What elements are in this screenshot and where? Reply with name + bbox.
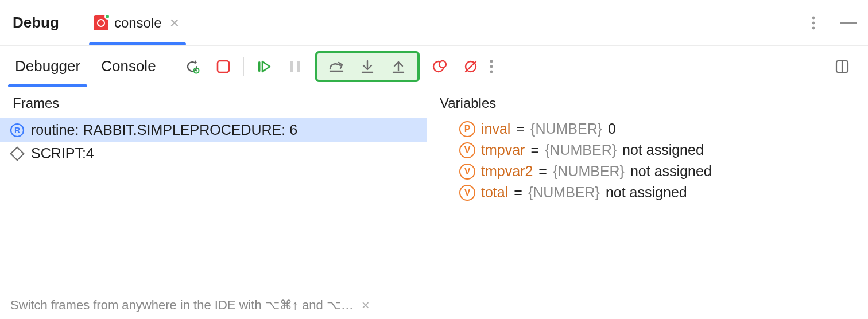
view-breakpoints-button[interactable] xyxy=(429,56,451,77)
hint-text: Switch frames from anywhere in the IDE w… xyxy=(10,298,354,313)
variable-name: inval xyxy=(481,120,510,137)
variable-value: not assigned xyxy=(606,184,687,201)
svg-point-19 xyxy=(490,65,493,68)
variable-type: {NUMBER} xyxy=(553,163,625,180)
var-badge-icon: V xyxy=(459,142,475,158)
equals-sign: = xyxy=(538,163,547,180)
frames-panel-title: Frames xyxy=(0,87,427,118)
variable-row[interactable]: V tmpvar2 = {NUMBER} not assigned xyxy=(427,161,868,182)
var-badge-icon: V xyxy=(459,164,475,180)
svg-rect-6 xyxy=(258,61,261,72)
hint-bar: Switch frames from anywhere in the IDE w… xyxy=(10,296,418,314)
variable-row[interactable]: V tmpvar = {NUMBER} not assigned xyxy=(427,139,868,161)
mute-breakpoints-button[interactable] xyxy=(460,56,482,77)
run-tab-label: console xyxy=(114,15,162,31)
script-icon xyxy=(9,146,25,162)
step-buttons-highlight xyxy=(315,51,420,82)
svg-rect-25 xyxy=(11,147,24,160)
step-into-button[interactable] xyxy=(356,56,378,77)
variable-type: {NUMBER} xyxy=(530,120,602,137)
svg-rect-8 xyxy=(297,61,300,72)
svg-rect-7 xyxy=(290,61,293,72)
more-icon[interactable] xyxy=(812,16,830,30)
variable-value: 0 xyxy=(608,120,616,137)
step-over-button[interactable] xyxy=(326,56,347,77)
frame-row[interactable]: SCRIPT:4 xyxy=(0,142,427,165)
stop-button[interactable] xyxy=(212,56,234,77)
minimize-icon[interactable] xyxy=(840,22,857,24)
frames-panel: Frames R routine: RABBIT.SIMPLEPROCEDURE… xyxy=(0,87,427,319)
run-config-icon xyxy=(94,15,108,30)
svg-point-1 xyxy=(812,21,815,24)
frame-label: routine: RABBIT.SIMPLEPROCEDURE: 6 xyxy=(31,122,297,138)
variables-panel-title: Variables xyxy=(427,87,868,118)
param-badge-icon: P xyxy=(459,121,475,137)
svg-point-0 xyxy=(812,16,815,19)
tool-window-title: Debug xyxy=(13,14,59,32)
svg-rect-5 xyxy=(218,61,229,72)
variable-row[interactable]: P inval = {NUMBER} 0 xyxy=(427,118,868,139)
routine-icon: R xyxy=(9,122,25,138)
variable-name: tmpvar xyxy=(481,142,525,158)
frame-row[interactable]: R routine: RABBIT.SIMPLEPROCEDURE: 6 xyxy=(0,118,427,142)
variable-type: {NUMBER} xyxy=(528,184,600,201)
variable-name: total xyxy=(481,184,508,201)
svg-point-20 xyxy=(490,70,493,73)
subtab-console[interactable]: Console xyxy=(101,46,156,87)
layout-settings-button[interactable] xyxy=(831,56,853,77)
subtab-debugger[interactable]: Debugger xyxy=(15,46,80,87)
close-tab-icon[interactable]: × xyxy=(168,13,181,33)
run-tab-console[interactable]: console × xyxy=(94,0,181,45)
equals-sign: = xyxy=(530,142,539,158)
svg-point-18 xyxy=(490,60,493,63)
variable-row[interactable]: V total = {NUMBER} not assigned xyxy=(427,182,868,203)
variable-type: {NUMBER} xyxy=(545,142,617,158)
variables-panel: Variables P inval = {NUMBER} 0 V tmpvar … xyxy=(427,87,868,319)
svg-text:R: R xyxy=(14,126,20,135)
var-badge-icon: V xyxy=(459,185,475,201)
variable-value: not assigned xyxy=(630,163,712,180)
toolbar-divider xyxy=(243,57,244,76)
svg-point-4 xyxy=(195,69,197,71)
variable-name: tmpvar2 xyxy=(481,163,533,180)
rerun-button[interactable] xyxy=(181,56,203,77)
close-hint-icon[interactable]: × xyxy=(359,296,372,314)
equals-sign: = xyxy=(516,120,525,137)
step-out-button[interactable] xyxy=(388,56,409,77)
svg-point-2 xyxy=(812,26,815,29)
resume-button[interactable] xyxy=(253,56,275,77)
svg-point-15 xyxy=(439,61,446,68)
frame-label: SCRIPT:4 xyxy=(31,145,94,162)
toolbar-more-icon[interactable] xyxy=(490,60,508,73)
pause-button[interactable] xyxy=(284,56,306,77)
equals-sign: = xyxy=(514,184,522,201)
variable-value: not assigned xyxy=(622,142,704,158)
